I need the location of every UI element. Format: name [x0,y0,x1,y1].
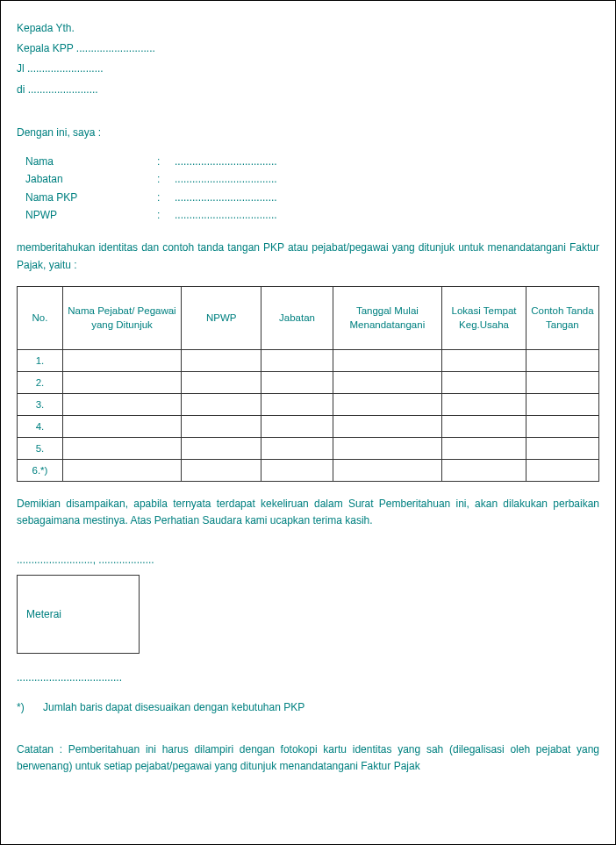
signature-table: No. Nama Pejabat/ Pegawai yang Ditunjuk … [17,286,599,482]
cell [442,415,526,437]
field-nama: Nama : .................................… [25,153,599,170]
cell [261,415,333,437]
cell-no: 4. [18,415,63,437]
table-row: 2. [18,371,599,393]
value-nama-pkp: ................................... [175,189,277,206]
cell [62,437,181,459]
recipient-line-1: Kepada Yth. [17,20,599,37]
th-npwp: NPWP [182,286,261,349]
cell [526,415,598,437]
di-prefix: di [17,83,28,96]
label-npwp: NPWP [25,206,157,224]
recipient-line-4: di ........................ [17,82,599,98]
value-nama: ................................... [175,153,277,170]
colon: : [157,189,175,206]
meterai-box: Meterai [17,575,140,654]
table-header-row: No. Nama Pejabat/ Pegawai yang Ditunjuk … [18,286,599,349]
recipient-line-2: Kepala KPP ........................... [17,40,599,57]
place-date-line: .........................., ............… [17,554,599,566]
value-npwp: ................................... [175,206,277,224]
th-tanggal: Tanggal Mulai Menandatangani [333,286,442,349]
cell-no: 1. [18,349,63,371]
cell [261,371,333,393]
footnote-text: Jumlah baris dapat disesuaikan dengan ke… [43,701,304,713]
colon: : [157,170,175,188]
table-row: 3. [18,393,599,415]
colon: : [157,153,175,170]
cell [333,459,442,481]
cell [526,437,598,459]
cell [442,437,526,459]
cell [182,459,261,481]
signature-line: .................................... [17,671,599,684]
cell [261,459,333,481]
cell [182,349,261,371]
cell-no: 2. [18,371,63,393]
catatan-note: Catatan : Pemberitahuan ini harus dilamp… [17,741,599,775]
cell-no: 5. [18,437,63,459]
cell [62,393,181,415]
field-jabatan: Jabatan : ..............................… [25,170,599,188]
th-jabatan: Jabatan [261,286,333,349]
cell [442,393,526,415]
cell [442,349,526,371]
table-row: 4. [18,415,599,437]
cell [526,371,598,393]
closing-paragraph: Demikian disampaikan, apabila ternyata t… [17,496,599,529]
value-jabatan: ................................... [175,170,277,188]
th-contoh: Contoh Tanda Tangan [526,286,598,349]
cell [261,393,333,415]
intro-text: Dengan ini, saya : [17,126,599,139]
cell [333,393,442,415]
cell [261,437,333,459]
th-no: No. [18,286,63,349]
document-page: Kepada Yth. Kepala KPP .................… [0,0,616,845]
di-blank: ........................ [28,83,98,96]
cell [333,349,442,371]
kpp-blank: ........................... [76,42,155,54]
kpp-prefix: Kepala KPP [17,42,76,54]
identity-fields: Nama : .................................… [25,153,599,225]
table-row: 6.*) [18,459,599,481]
cell [261,349,333,371]
paragraph-notify: memberitahukan identitas dan contoh tand… [17,240,599,273]
cell [442,371,526,393]
cell [333,437,442,459]
cell [182,393,261,415]
cell [442,459,526,481]
cell [182,371,261,393]
cell [182,415,261,437]
label-jabatan: Jabatan [25,170,157,188]
footnote-mark: *) [17,701,43,713]
cell [526,459,598,481]
recipient-line-3: Jl .......................... [17,61,599,77]
field-npwp: NPWP : .................................… [25,206,599,224]
jl-blank: .......................... [27,62,104,75]
cell-no: 3. [18,393,63,415]
cell [62,415,181,437]
cell [333,371,442,393]
label-nama-pkp: Nama PKP [25,189,157,206]
cell [62,459,181,481]
jl-prefix: Jl [17,62,27,75]
cell [526,393,598,415]
label-nama: Nama [25,153,157,170]
cell [526,349,598,371]
meterai-label: Meterai [26,608,61,620]
cell [182,437,261,459]
footnote: *) Jumlah baris dapat disesuaikan dengan… [17,701,599,713]
table-body: 1. 2. 3. 4. 5. 6.*) [18,349,599,481]
table-row: 5. [18,437,599,459]
cell [62,349,181,371]
th-lokasi: Lokasi Tempat Keg.Usaha [442,286,526,349]
table-row: 1. [18,349,599,371]
field-nama-pkp: Nama PKP : .............................… [25,189,599,206]
th-nama: Nama Pejabat/ Pegawai yang Ditunjuk [62,286,181,349]
cell [62,371,181,393]
cell-no: 6.*) [18,459,63,481]
cell [333,415,442,437]
colon: : [157,206,175,224]
